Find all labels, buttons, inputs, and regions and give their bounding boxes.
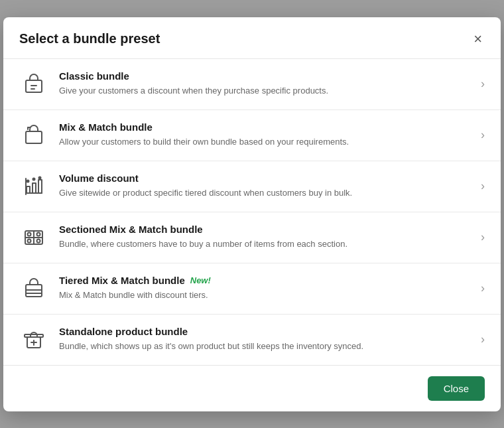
bundle-item-volume-discount[interactable]: Volume discount Give sitewide or product… [3,161,501,212]
bundle-item-mix-match[interactable]: Mix & Match bundle Allow your customers … [3,110,501,161]
close-footer-button[interactable]: Close [428,376,485,401]
bundle-name: Sectioned Mix & Match bundle [59,224,203,235]
chevron-right-icon: › [481,77,485,91]
bundle-info-mix-match: Mix & Match bundle Allow your customers … [59,121,473,148]
bundle-info-classic: Classic bundle Give your customers a dis… [59,70,473,97]
bundle-name: Standalone product bundle [59,326,188,337]
chevron-right-icon: › [481,281,485,295]
volume-icon [19,172,48,201]
bundle-description: Bundle, where customers have to buy a nu… [59,239,347,249]
bundle-description: Give your customers a discount when they… [59,86,328,96]
bundle-description: Mix & Match bundle with discount tiers. [59,290,208,300]
svg-rect-7 [32,183,36,193]
bundle-name: Tiered Mix & Match bundle [59,275,185,286]
bundle-info-sectioned-mix-match: Sectioned Mix & Match bundle Bundle, whe… [59,224,473,250]
svg-point-18 [28,239,31,242]
svg-rect-1 [26,131,42,143]
modal-header: Select a bundle preset × [3,17,501,59]
bundle-item-sectioned-mix-match[interactable]: Sectioned Mix & Match bundle Bundle, whe… [3,212,501,263]
bundle-item-classic[interactable]: Classic bundle Give your customers a dis… [3,59,501,110]
tiered-icon [19,274,48,303]
bundle-name-row: Mix & Match bundle [59,121,473,133]
bundle-name-row: Standalone product bundle [59,326,473,337]
modal-footer: Close [3,365,501,411]
chevron-right-icon: › [481,179,485,193]
chevron-right-icon: › [481,332,485,346]
bundle-name: Classic bundle [59,70,129,82]
close-x-button[interactable]: × [471,31,485,48]
svg-point-16 [28,232,31,236]
modal-dialog: Select a bundle preset × Classic bundle … [3,17,501,411]
bundle-description: Allow your customers to build their own … [59,137,349,147]
bundle-name: Mix & Match bundle [59,121,153,133]
svg-point-17 [37,232,40,236]
svg-point-12 [39,177,41,178]
chevron-right-icon: › [481,230,485,244]
bundle-name: Volume discount [59,173,139,184]
bundle-description: Give sitewide or product specific tiered… [59,188,352,198]
bundle-name-row: Volume discount [59,173,473,184]
new-badge: New! [190,275,211,285]
standalone-icon [19,325,48,354]
bundle-item-tiered-mix-match[interactable]: Tiered Mix & Match bundle New! Mix & Mat… [3,263,501,315]
bundle-info-tiered-mix-match: Tiered Mix & Match bundle New! Mix & Mat… [59,275,473,301]
bundle-item-standalone[interactable]: Standalone product bundle Bundle, which … [3,315,501,365]
bundle-info-standalone: Standalone product bundle Bundle, which … [59,326,473,352]
classic-icon [19,70,48,99]
sectioned-icon [19,223,48,252]
modal-title: Select a bundle preset [19,31,160,46]
bundle-name-row: Classic bundle [59,70,473,82]
svg-rect-8 [38,180,42,193]
mix-match-icon [19,121,48,150]
svg-rect-24 [25,334,43,337]
modal-body: Classic bundle Give your customers a dis… [3,59,501,365]
svg-rect-6 [27,186,30,193]
bundle-name-row: Sectioned Mix & Match bundle [59,224,473,235]
bundle-name-row: Tiered Mix & Match bundle New! [59,275,473,286]
svg-point-11 [33,178,35,180]
chevron-right-icon: › [481,128,485,142]
svg-point-19 [37,239,40,242]
bundle-description: Bundle, which shows up as it's own produ… [59,341,363,351]
bundle-info-volume-discount: Volume discount Give sitewide or product… [59,173,473,199]
svg-point-10 [27,180,29,182]
